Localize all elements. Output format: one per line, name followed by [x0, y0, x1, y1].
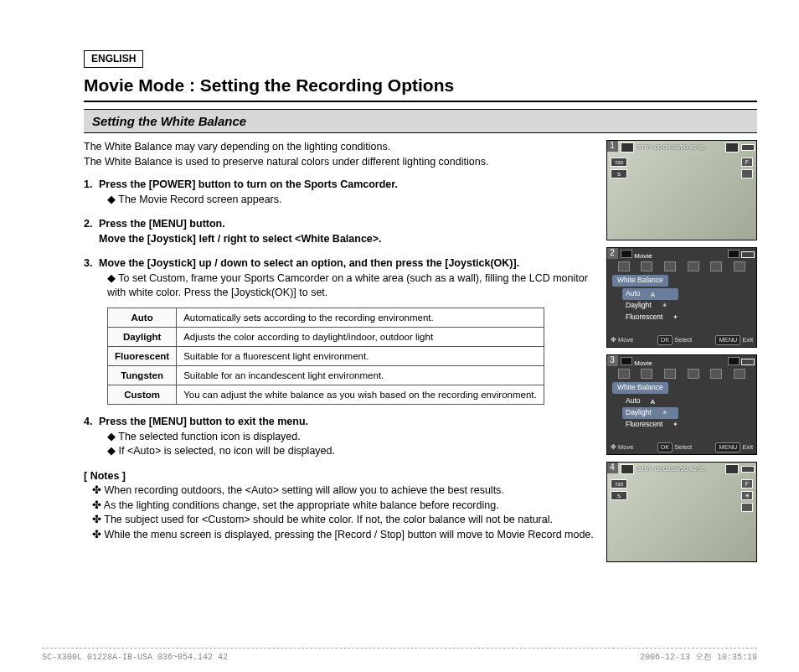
step-text: Press the [MENU] button to exit the menu… — [99, 416, 308, 427]
step-heading: 2.Press the [MENU] button. Move the [Joy… — [84, 217, 594, 246]
eis-icon — [741, 169, 753, 178]
menu-tab-icon — [734, 261, 745, 271]
quality-icon: F — [741, 479, 753, 488]
footer-left: SC-X300L 01228A-IB-USA 036~054.i42 42 — [42, 652, 228, 664]
wb-name: Daylight — [108, 327, 177, 346]
intro-text: The White Balance may vary depending on … — [84, 140, 594, 169]
language-tag: ENGLISH — [84, 50, 143, 68]
menu-tab-icon — [641, 369, 652, 379]
step-sub: If <Auto> is selected, no icon will be d… — [107, 444, 594, 459]
nav-exit-label: MENU Exit — [715, 442, 753, 453]
movie-mode-icon — [621, 250, 632, 258]
eis-icon — [741, 503, 753, 512]
screenshot-index: 4 — [606, 462, 618, 473]
wb-desc: Automatically sets according to the reco… — [177, 308, 544, 327]
step-sub: The Movie Record screen appears. — [107, 193, 594, 208]
note-item: While the menu screen is displayed, pres… — [107, 528, 594, 543]
menu-tab-icon — [664, 261, 676, 271]
note-item: When recording outdoors, the <Auto> sett… — [107, 483, 594, 499]
menu-section-label: White Balance — [612, 275, 668, 287]
wb-name: Auto — [108, 308, 177, 327]
battery-icon — [741, 359, 755, 365]
nav-select-label: OK Select — [657, 335, 693, 346]
menu-section-label: White Balance — [612, 382, 668, 394]
card-icon — [728, 250, 740, 258]
nav-exit-label: MENU Exit — [715, 335, 753, 346]
step-heading: 1.Press the [POWER] button to turn on th… — [84, 178, 594, 193]
resolution-icon: 720 — [611, 158, 627, 167]
flash-icon — [725, 464, 739, 474]
stby-label: STBY 00:00:00/00:40:05 — [637, 143, 705, 152]
nav-select-label: OK Select — [657, 442, 693, 453]
wb-option: Auto — [626, 395, 678, 407]
page-title: Movie Mode : Setting the Recording Optio… — [84, 73, 757, 102]
section-subtitle: Setting the White Balance — [84, 109, 757, 133]
step-text: Press the [POWER] button to turn on the … — [99, 178, 398, 190]
camera-screenshot-3: 3 Movie White Balance Auto Daylight Fluo… — [606, 354, 757, 455]
flash-icon — [725, 142, 739, 152]
battery-icon — [741, 144, 755, 151]
stby-label: STBY 00:00:00/00:40:05 — [637, 465, 705, 474]
wb-desc: You can adjust the white balance as you … — [177, 385, 544, 405]
movie-mode-icon — [621, 357, 632, 365]
wb-option-selected: Daylight — [622, 407, 678, 419]
record-mode-icon — [621, 464, 634, 474]
wb-name: Fluorescent — [108, 346, 177, 365]
note-item: The subject used for <Custom> should be … — [107, 513, 594, 528]
menu-tab-icon — [664, 369, 676, 379]
wb-desc: Suitable for a fluorescent light environ… — [177, 346, 544, 365]
wb-option: Daylight — [626, 300, 678, 312]
step-sub: To set Custom, frame your Sports Camcord… — [107, 271, 594, 301]
camera-screenshot-4: 4 STBY 00:00:00/00:40:05 720 S F ☀ — [606, 462, 757, 562]
wb-desc: Adjusts the color according to daylight/… — [177, 327, 544, 346]
wb-option-selected: Auto — [622, 288, 678, 300]
intro-line: The White Balance is used to preserve na… — [84, 155, 594, 170]
nav-move-label: ✥ Move — [611, 442, 633, 453]
menu-tab-icon — [618, 261, 630, 271]
card-icon — [728, 357, 740, 365]
menu-mode-label: Movie — [634, 252, 652, 260]
indicator-icon: S — [611, 169, 627, 178]
step-heading: 3.Move the [Joystick] up / down to selec… — [84, 256, 594, 271]
step-number: 1. — [84, 178, 99, 193]
menu-mode-label: Movie — [634, 359, 652, 367]
step-number: 2. — [84, 217, 99, 232]
wb-option: Fluorescent — [626, 419, 678, 431]
sun-icon: ☀ — [741, 491, 753, 500]
wb-name: Custom — [108, 385, 177, 405]
menu-tab-icon — [710, 369, 722, 379]
battery-icon — [741, 251, 755, 258]
camera-screenshot-2: 2 Movie White Balance Auto Daylight Fluo… — [606, 247, 757, 348]
wb-option: Fluorescent — [626, 312, 678, 323]
footer-right: 2006-12-13 오전 10:35:19 — [640, 652, 757, 664]
wb-desc: Suitable for an incandescent light envir… — [177, 365, 544, 385]
nav-move-label: ✥ Move — [611, 335, 633, 346]
step-text: Press the [MENU] button. — [99, 218, 225, 230]
screenshots-column: 1 STBY 00:00:00/00:40:05 720 S F 2 — [606, 140, 757, 562]
note-item: As the lighting conditions change, set t… — [107, 499, 594, 514]
step-text: Move the [Joystick] up / down to select … — [99, 257, 519, 269]
step-sub: The selected function icon is displayed. — [107, 430, 594, 445]
battery-icon — [741, 466, 755, 473]
menu-tab-icon — [734, 369, 745, 379]
screenshot-index: 2 — [606, 247, 618, 259]
step-text: Move the [Joystick] left / right to sele… — [99, 233, 382, 245]
main-content: The White Balance may vary depending on … — [84, 140, 594, 562]
white-balance-table: AutoAutomatically sets according to the … — [107, 308, 544, 405]
screenshot-index: 3 — [606, 354, 618, 366]
menu-tab-icon — [710, 261, 722, 271]
screenshot-index: 1 — [606, 140, 618, 152]
indicator-icon: S — [611, 491, 627, 500]
wb-name: Tungsten — [108, 365, 177, 385]
footer-meta: SC-X300L 01228A-IB-USA 036~054.i42 42 20… — [42, 648, 757, 664]
resolution-icon: 720 — [611, 479, 627, 488]
notes-heading: [ Notes ] — [84, 469, 594, 484]
intro-line: The White Balance may vary depending on … — [84, 140, 594, 155]
menu-tab-icon — [641, 261, 652, 271]
step-number: 3. — [84, 256, 99, 271]
record-mode-icon — [621, 142, 634, 152]
menu-tab-icon — [688, 369, 699, 379]
quality-icon: F — [741, 158, 753, 167]
camera-screenshot-1: 1 STBY 00:00:00/00:40:05 720 S F — [606, 140, 757, 240]
menu-tab-icon — [618, 369, 630, 379]
